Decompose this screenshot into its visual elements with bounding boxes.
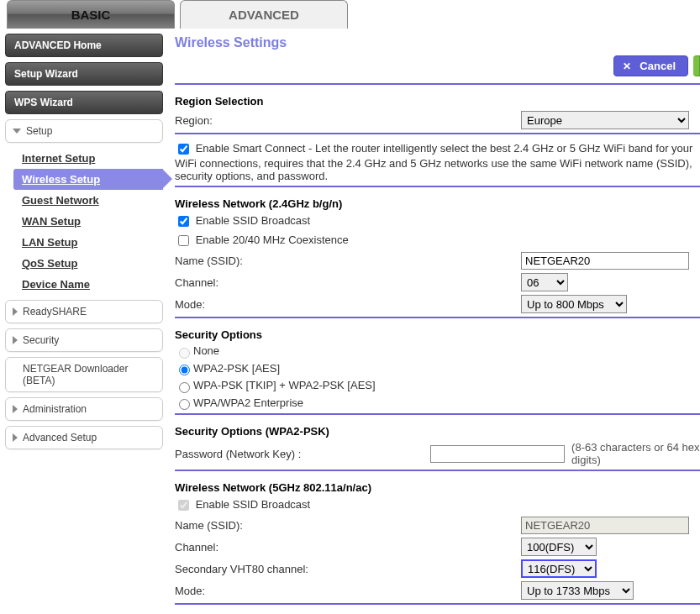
sidebar-item-internet-setup[interactable]: Internet Setup [20, 148, 163, 169]
divider [175, 603, 700, 605]
ssid-24-input[interactable] [521, 252, 689, 270]
sidebar-group-label: Advanced Setup [23, 432, 97, 443]
secondary-channel-5-label: Secondary VHT80 channel: [175, 563, 521, 575]
divider [175, 470, 700, 471]
ssid-broadcast-5-checkbox[interactable] [178, 500, 189, 511]
sidebar-group-downloader[interactable]: NETGEAR Downloader (BETA) [5, 357, 163, 392]
channel-24-label: Channel: [175, 276, 521, 289]
section-5ghz: Wireless Network (5GHz 802.11a/n/ac) [175, 476, 700, 496]
sidebar-group-label: Administration [23, 403, 87, 415]
divider [175, 83, 700, 85]
sidebar-item-device-name[interactable]: Device Name [20, 274, 163, 295]
divider [175, 413, 700, 415]
close-icon: ✕ [623, 60, 631, 72]
section-security-5: Security Options [175, 610, 700, 614]
security-option-label: WPA-PSK [TKIP] + WPA2-PSK [AES] [193, 379, 376, 391]
channel-5-select[interactable]: 100(DFS) [521, 538, 597, 556]
ssid-5-input[interactable] [521, 517, 689, 534]
section-24ghz: Wireless Network (2.4GHz b/g/n) [175, 192, 700, 212]
security-24-enterprise-radio[interactable] [179, 399, 190, 410]
chevron-right-icon [13, 433, 18, 442]
section-wpa2-psk: Security Options (WPA2-PSK) [175, 420, 700, 439]
sidebar-group-label: Security [23, 334, 59, 346]
sidebar-wps-wizard[interactable]: WPS Wizard [5, 91, 163, 114]
sidebar-item-guest-network[interactable]: Guest Network [20, 190, 163, 211]
mode-24-label: Mode: [175, 298, 521, 311]
ssid-broadcast-24-label: Enable SSID Broadcast [196, 214, 311, 227]
mode-24-select[interactable]: Up to 800 Mbps [521, 295, 627, 313]
ssid-24-label: Name (SSID): [175, 255, 521, 267]
region-label: Region: [175, 114, 521, 127]
password-24-hint: (8-63 characters or 64 hex digits) [571, 441, 700, 466]
region-select[interactable]: Europe [521, 111, 689, 129]
sidebar-group-readyshare[interactable]: ReadySHARE [5, 300, 163, 323]
tab-basic[interactable]: BASIC [7, 0, 175, 29]
sidebar-item-qos-setup[interactable]: QoS Setup [20, 253, 163, 274]
chevron-right-icon [13, 336, 18, 344]
section-security-24: Security Options [175, 323, 700, 343]
security-24-wpa2-radio[interactable] [179, 365, 190, 375]
section-region: Region Selection [175, 90, 700, 109]
divider [175, 317, 700, 318]
password-24-label: Password (Network Key) : [175, 448, 430, 460]
mode-5-select[interactable]: Up to 1733 Mbps [521, 581, 634, 600]
divider [175, 133, 700, 134]
sidebar-setup-wizard[interactable]: Setup Wizard [5, 62, 163, 86]
tab-advanced[interactable]: ADVANCED [180, 0, 348, 29]
smart-connect-checkbox[interactable] [178, 144, 189, 155]
coexistence-label: Enable 20/40 MHz Coexistence [196, 234, 349, 246]
mode-5-label: Mode: [175, 585, 521, 597]
ssid-5-label: Name (SSID): [175, 519, 521, 532]
divider [175, 186, 700, 187]
security-option-label: None [193, 344, 219, 357]
security-option-label: WPA2-PSK [AES] [193, 362, 280, 375]
sidebar-group-advanced-setup[interactable]: Advanced Setup [5, 426, 163, 449]
sidebar-item-wireless-setup[interactable]: Wireless Setup [13, 169, 163, 190]
security-24-none-radio[interactable] [179, 348, 190, 359]
sidebar-item-wan-setup[interactable]: WAN Setup [20, 211, 163, 232]
channel-24-select[interactable]: 06 [521, 273, 568, 291]
smart-connect-label: Enable Smart Connect - Let the router in… [175, 142, 692, 182]
sidebar: ADVANCED Home Setup Wizard WPS Wizard Se… [0, 29, 168, 614]
channel-5-label: Channel: [175, 541, 521, 554]
coexistence-checkbox[interactable] [178, 235, 189, 246]
cancel-button-label: Cancel [639, 60, 676, 72]
cancel-button[interactable]: ✕ Cancel [613, 55, 688, 76]
chevron-down-icon [13, 129, 21, 134]
security-option-label: WPA/WPA2 Enterprise [193, 396, 303, 409]
security-24-mixed-radio[interactable] [179, 382, 190, 393]
sidebar-group-label: NETGEAR Downloader (BETA) [23, 363, 155, 386]
sidebar-group-setup[interactable]: Setup [5, 119, 163, 143]
ssid-broadcast-5-label: Enable SSID Broadcast [196, 498, 311, 511]
sidebar-group-label: ReadySHARE [23, 306, 87, 317]
sidebar-item-lan-setup[interactable]: LAN Setup [20, 232, 163, 253]
chevron-right-icon [13, 405, 18, 413]
ssid-broadcast-24-checkbox[interactable] [178, 216, 189, 227]
password-24-input[interactable] [430, 445, 565, 463]
sidebar-group-security[interactable]: Security [5, 328, 163, 352]
chevron-right-icon [13, 307, 18, 316]
apply-button[interactable] [693, 55, 700, 76]
sidebar-group-label: Setup [26, 125, 52, 137]
sidebar-advanced-home[interactable]: ADVANCED Home [5, 34, 163, 57]
sidebar-group-administration[interactable]: Administration [5, 397, 163, 421]
secondary-channel-5-select[interactable]: 116(DFS) [521, 559, 597, 578]
page-title: Wireless Settings [175, 32, 700, 52]
